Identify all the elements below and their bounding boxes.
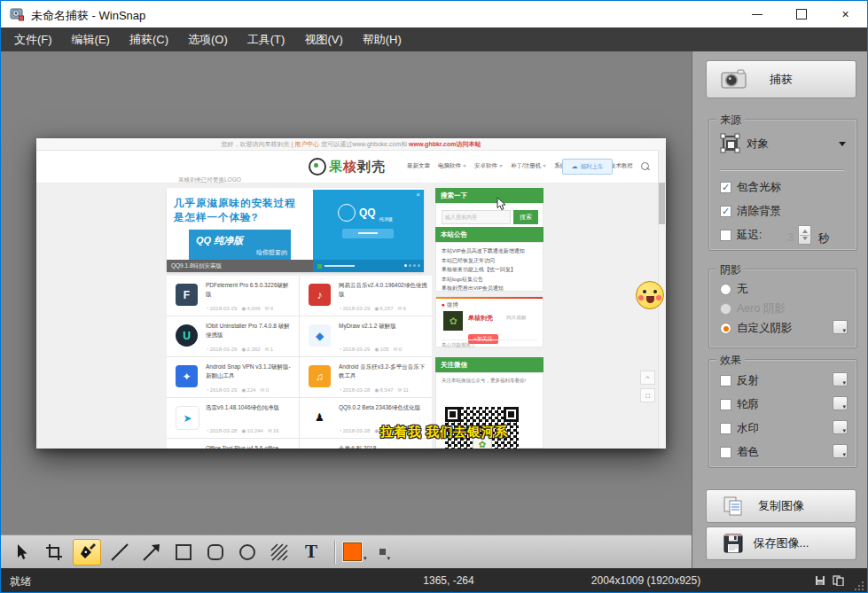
- save-icon: [723, 534, 744, 553]
- minimize-button[interactable]: [737, 1, 777, 27]
- capture-button[interactable]: 捕获: [706, 60, 856, 98]
- shadow-none-radio[interactable]: 无: [720, 282, 748, 297]
- capture-dimensions: 2004x1009 (1920x925): [568, 574, 723, 587]
- quick-save-icon[interactable]: [815, 575, 825, 586]
- checkbox-checked-icon: ✓: [720, 206, 731, 217]
- text-tool[interactable]: T: [295, 538, 327, 566]
- board-item: 本站VIP会员高速下载通道新增通知: [442, 246, 543, 256]
- page-scrollbar-thumb: [659, 183, 665, 224]
- copy-image-button[interactable]: 复制图像: [706, 489, 856, 523]
- danmaku-text: 拉着我 我们去银河系: [380, 424, 509, 441]
- radio-off-icon: [720, 284, 731, 295]
- date-icon: ◔: [206, 428, 209, 433]
- app-icon: ●: [176, 447, 198, 449]
- width-dropdown-icon[interactable]: ▾: [387, 555, 391, 562]
- quick-copy-icon[interactable]: [833, 575, 844, 586]
- rounded-rect-icon: [206, 542, 225, 562]
- reflection-checkbox[interactable]: 反射: [720, 373, 759, 388]
- menu-help[interactable]: 帮助(H): [353, 27, 411, 51]
- board-item: 果核催更功能上线【统一回复】: [442, 265, 543, 275]
- outline-options-button[interactable]: [833, 396, 848, 410]
- color-dropdown-icon[interactable]: ▾: [364, 555, 367, 562]
- toolbar-separator: [334, 541, 336, 564]
- minimize-icon: [752, 14, 762, 15]
- watermark-checkbox[interactable]: 水印: [720, 421, 759, 436]
- article-card: F PDFelement Pro 6.5.0.3226破解版 ◔2018-03-…: [167, 276, 299, 316]
- menu-tools[interactable]: 工具(T): [238, 27, 295, 51]
- divider: [720, 169, 844, 170]
- pen-icon: [78, 543, 96, 561]
- rectangle-tool[interactable]: [168, 538, 199, 566]
- topbar-highlight: www.ghbkr.com访问本站: [409, 140, 481, 149]
- clear-background-checkbox[interactable]: ✓ 清除背景: [720, 204, 781, 219]
- date-icon: ◔: [206, 387, 209, 393]
- select-tool[interactable]: [6, 538, 38, 566]
- delay-checkbox[interactable]: 延迟:: [720, 228, 762, 243]
- radio-disabled-icon: [720, 303, 731, 315]
- date-icon: ◔: [339, 428, 342, 433]
- copy-icon: [723, 496, 744, 516]
- tint-checkbox[interactable]: 着色: [720, 445, 759, 460]
- draw-toolbar: T ▾ ▾: [1, 534, 692, 568]
- close-button[interactable]: ×: [825, 1, 865, 27]
- views-icon: ◉: [374, 347, 379, 352]
- menu-view[interactable]: 视图(V): [294, 27, 352, 51]
- line-width-swatch[interactable]: [379, 549, 386, 555]
- views-icon: ◉: [374, 387, 379, 393]
- app-icon: U: [176, 324, 198, 347]
- checkbox-unchecked-icon: [720, 230, 731, 241]
- save-image-button[interactable]: 保存图像...: [706, 527, 856, 560]
- weibo-accent: [436, 297, 543, 299]
- crop-tool[interactable]: [38, 538, 70, 566]
- shadow-group-title: 阴影: [716, 262, 745, 277]
- arrow-tool[interactable]: [136, 538, 168, 566]
- menu-edit[interactable]: 编辑(E): [62, 27, 120, 51]
- status-bar: 就绪 1365, -264 2004x1009 (1920x925): [1, 568, 867, 593]
- menu-file[interactable]: 文件(F): [4, 27, 62, 51]
- search-widget-body: 输入搜索内容 搜索: [435, 203, 543, 230]
- camera-icon: [721, 69, 747, 89]
- outline-checkbox[interactable]: 轮廓: [720, 397, 759, 412]
- watermark-options-button[interactable]: [833, 420, 848, 434]
- include-cursor-checkbox[interactable]: ✓ 包含光标: [720, 180, 781, 195]
- rounded-rect-tool[interactable]: [199, 538, 231, 566]
- reflection-options-button[interactable]: [833, 372, 848, 386]
- site-notice: 果核剥壳已经更换LOGO: [178, 176, 241, 184]
- menu-options[interactable]: 选项(O): [178, 27, 238, 51]
- effects-group: 效果 反射 轮廓 水印 着色: [708, 359, 857, 468]
- avatar: ✿: [443, 311, 463, 331]
- sidebar: 捕获 来源 对象 ✓ 包含光标: [692, 51, 868, 568]
- custom-shadow-options-button[interactable]: [833, 320, 848, 334]
- line-tool[interactable]: [104, 538, 136, 566]
- views-icon: ◉: [241, 428, 246, 433]
- promo-banner: 几乎原滋原味的安装过程 是怎样一个体验? QQ 纯净版 给你想要的 × QQ 纯…: [167, 188, 424, 272]
- resize-grip[interactable]: [854, 581, 864, 591]
- capture-canvas[interactable]: 您好，欢迎访问果核剥壳 | 用户中心 您可以通过www.ghboke.com和 …: [1, 51, 692, 534]
- app-icon: ◗: [309, 447, 331, 449]
- qq-panel: × QQ 纯净版: [313, 190, 424, 260]
- ellipse-icon: [238, 542, 257, 562]
- emoji-sticker: [636, 281, 664, 309]
- ellipse-tool[interactable]: [231, 538, 263, 566]
- hatch-tool[interactable]: [263, 538, 295, 566]
- highlighter-tool[interactable]: [73, 539, 101, 566]
- shadow-custom-radio[interactable]: 自定义阴影: [720, 321, 793, 336]
- object-selector[interactable]: 对象: [720, 133, 846, 154]
- tint-options-button[interactable]: [833, 444, 848, 458]
- comments-icon: ✉: [261, 387, 265, 393]
- article-grid: F PDFelement Pro 6.5.0.3226破解版 ◔2018-03-…: [167, 276, 432, 449]
- delay-spinner[interactable]: [798, 225, 811, 245]
- window-title: 未命名捕获 - WinSnap: [31, 8, 145, 24]
- views-icon: ◉: [374, 428, 379, 433]
- hatch-icon: [270, 542, 289, 562]
- captured-screenshot[interactable]: 您好，欢迎访问果核剥壳 | 用户中心 您可以通过www.ghboke.com和 …: [36, 138, 666, 449]
- status-text: 就绪: [10, 574, 31, 589]
- menu-capture[interactable]: 捕获(C): [120, 27, 178, 51]
- site-mini-icon: [317, 264, 322, 269]
- stroke-color-swatch[interactable]: [343, 542, 362, 561]
- weibo-name: 果核剥壳: [468, 314, 493, 323]
- maximize-button[interactable]: [781, 1, 821, 27]
- qq-logo: QQ 纯净版: [338, 204, 393, 222]
- arrow-icon: [142, 542, 161, 562]
- checkbox-unchecked-icon: [720, 423, 731, 434]
